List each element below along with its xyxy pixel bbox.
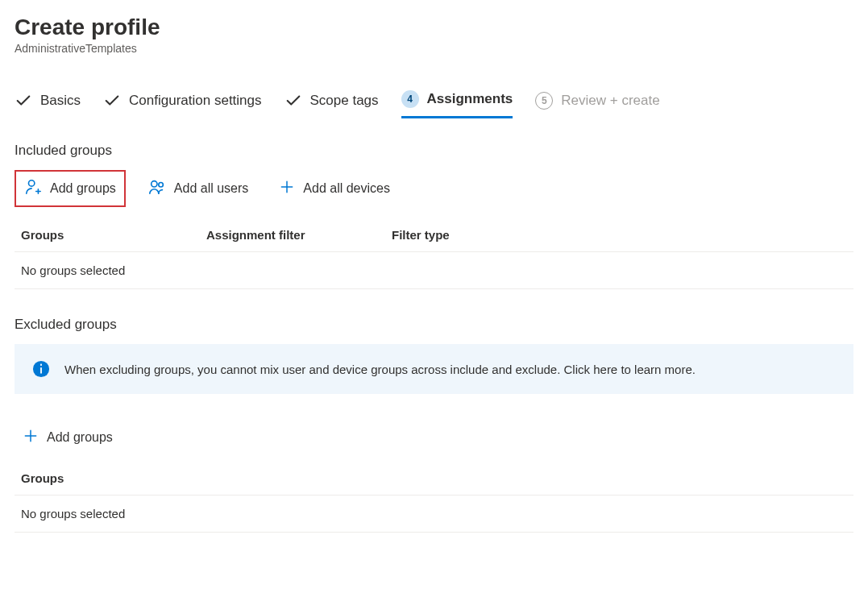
add-all-users-button[interactable]: Add all users	[140, 170, 257, 207]
included-groups-heading: Included groups	[15, 143, 853, 159]
svg-point-0	[29, 180, 35, 186]
wizard-steps: Basics Configuration settings Scope tags…	[15, 90, 853, 118]
info-text: When excluding groups, you cannot mix us…	[64, 363, 696, 376]
step-label: Basics	[40, 93, 81, 109]
button-label: Add groups	[50, 181, 116, 196]
step-config-settings[interactable]: Configuration settings	[103, 92, 261, 118]
person-plus-icon	[24, 178, 42, 199]
plus-icon	[279, 179, 295, 198]
step-number-badge: 5	[535, 92, 553, 110]
excluded-add-groups-button[interactable]: Add groups	[15, 421, 121, 454]
plus-icon	[23, 428, 39, 447]
check-icon	[284, 92, 302, 110]
excluded-empty-row: No groups selected	[15, 496, 853, 533]
add-groups-button[interactable]: Add groups	[15, 170, 126, 207]
step-label: Review + create	[561, 93, 659, 109]
svg-rect-4	[40, 367, 42, 373]
button-label: Add groups	[47, 430, 113, 445]
included-table-header: Groups Assignment filter Filter type	[15, 222, 853, 252]
col-groups: Groups	[21, 228, 206, 242]
included-empty-row: No groups selected	[15, 252, 853, 289]
step-basics[interactable]: Basics	[15, 92, 81, 118]
step-label: Scope tags	[310, 93, 379, 109]
svg-rect-5	[40, 364, 42, 366]
excluded-groups-heading: Excluded groups	[15, 317, 853, 333]
step-label: Configuration settings	[129, 93, 261, 109]
people-icon	[148, 178, 166, 199]
step-review-create: 5 Review + create	[535, 92, 659, 118]
step-number-badge: 4	[401, 90, 419, 108]
page-subtitle: AdministrativeTemplates	[15, 42, 853, 55]
step-scope-tags[interactable]: Scope tags	[284, 92, 379, 118]
svg-point-1	[152, 181, 157, 187]
step-label: Assignments	[427, 91, 513, 107]
button-label: Add all users	[174, 181, 249, 196]
page-title: Create profile	[15, 15, 853, 40]
check-icon	[103, 92, 121, 110]
exclude-info-box[interactable]: When excluding groups, you cannot mix us…	[15, 344, 853, 394]
button-label: Add all devices	[303, 181, 390, 196]
col-assignment-filter: Assignment filter	[206, 228, 392, 242]
col-filter-type: Filter type	[392, 228, 847, 242]
add-all-devices-button[interactable]: Add all devices	[271, 170, 398, 207]
svg-point-2	[159, 183, 164, 188]
included-action-bar: Add groups Add all users Add all devices	[15, 170, 853, 207]
excluded-groups-column: Groups	[15, 465, 853, 496]
step-assignments[interactable]: 4 Assignments	[401, 90, 513, 118]
info-icon	[32, 360, 50, 378]
check-icon	[15, 92, 32, 110]
